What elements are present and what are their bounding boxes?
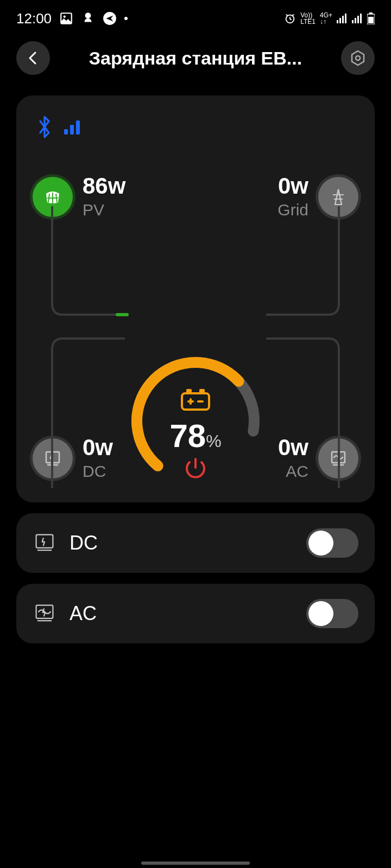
battery-icon — [367, 12, 375, 24]
svg-rect-9 — [352, 20, 354, 23]
svg-rect-28 — [182, 393, 209, 410]
svg-rect-8 — [345, 14, 346, 23]
svg-rect-6 — [339, 18, 341, 23]
grid-source: 0w Grid — [278, 175, 358, 219]
gear-icon — [349, 49, 367, 67]
svg-marker-16 — [352, 51, 364, 65]
input-sources-row: 86w PV 0w Grid — [33, 175, 358, 219]
pv-icon — [33, 177, 73, 217]
svg-rect-11 — [357, 16, 359, 23]
ac-icon — [318, 438, 358, 478]
ac-value: 0w — [278, 436, 308, 459]
grid-value: 0w — [278, 175, 308, 197]
dc-switch[interactable] — [306, 528, 358, 558]
status-lte: LTE1 — [300, 18, 316, 25]
ac-output: 0w AC — [278, 436, 358, 481]
dc-toggle-label: DC — [70, 532, 98, 554]
dc-label: DC — [83, 462, 113, 481]
svg-rect-29 — [186, 389, 192, 393]
pv-source: 86w PV — [33, 175, 125, 219]
settings-button[interactable] — [341, 41, 375, 75]
signal-icon — [337, 14, 348, 23]
ac-switch[interactable] — [306, 599, 358, 628]
image-icon — [59, 11, 73, 25]
status-time: 12:00 — [16, 10, 52, 27]
page-title: Зарядная станция EB... — [50, 48, 341, 69]
battery-icon-center — [181, 388, 210, 411]
ac-toggle-icon — [33, 602, 56, 626]
tower-icon — [327, 186, 349, 208]
back-button[interactable] — [16, 41, 50, 75]
svg-rect-38 — [36, 535, 53, 548]
home-indicator[interactable] — [141, 861, 250, 865]
ac-device-icon — [327, 448, 349, 469]
connection-indicators — [33, 112, 358, 142]
signal-icon-2 — [352, 14, 363, 23]
dc-toggle-icon — [33, 531, 56, 555]
app-icon — [81, 11, 95, 25]
svg-rect-7 — [342, 16, 344, 23]
pv-value: 86w — [83, 175, 125, 197]
main-status-card: 86w PV 0w Grid — [16, 95, 375, 502]
grid-label: Grid — [278, 201, 308, 219]
svg-point-2 — [85, 12, 91, 18]
ac-label: AC — [278, 462, 308, 481]
svg-point-1 — [64, 16, 66, 18]
status-right: Vo)) LTE1 4G+ ↓↑ — [284, 12, 375, 25]
battery-percent: 78 — [169, 417, 206, 455]
chevron-left-icon — [27, 50, 40, 66]
power-icon — [182, 455, 209, 482]
status-bar: 12:00 Vo)) LTE1 4G+ ↓↑ — [0, 0, 391, 31]
alarm-icon — [284, 12, 296, 24]
bluetooth-icon — [36, 115, 53, 139]
ac-toggle-card: AC — [16, 584, 375, 643]
svg-rect-30 — [199, 389, 205, 393]
send-icon — [103, 11, 117, 25]
svg-rect-20 — [76, 120, 80, 135]
grid-icon — [318, 177, 358, 217]
svg-rect-5 — [337, 20, 338, 23]
status-dot — [124, 17, 128, 20]
solar-icon — [42, 186, 64, 208]
power-button[interactable] — [180, 452, 211, 484]
status-arrows: ↓↑ — [320, 18, 332, 25]
battery-percent-suffix: % — [206, 431, 221, 451]
status-left: 12:00 — [16, 10, 128, 27]
svg-rect-18 — [64, 129, 68, 135]
dc-output: 0w DC — [33, 436, 113, 481]
signal-bars-icon — [64, 119, 83, 135]
app-header: Зарядная станция EB... — [0, 31, 391, 85]
svg-rect-19 — [70, 125, 74, 135]
svg-rect-10 — [355, 18, 356, 23]
ac-toggle-label: AC — [70, 602, 97, 625]
svg-point-17 — [356, 56, 360, 60]
svg-rect-15 — [368, 17, 374, 23]
dc-value: 0w — [83, 436, 113, 459]
svg-rect-12 — [360, 14, 362, 23]
dc-icon — [33, 438, 73, 478]
dc-toggle-card: DC — [16, 513, 375, 573]
pv-label: PV — [83, 201, 125, 219]
dc-device-icon — [42, 448, 64, 469]
svg-rect-34 — [46, 452, 59, 463]
